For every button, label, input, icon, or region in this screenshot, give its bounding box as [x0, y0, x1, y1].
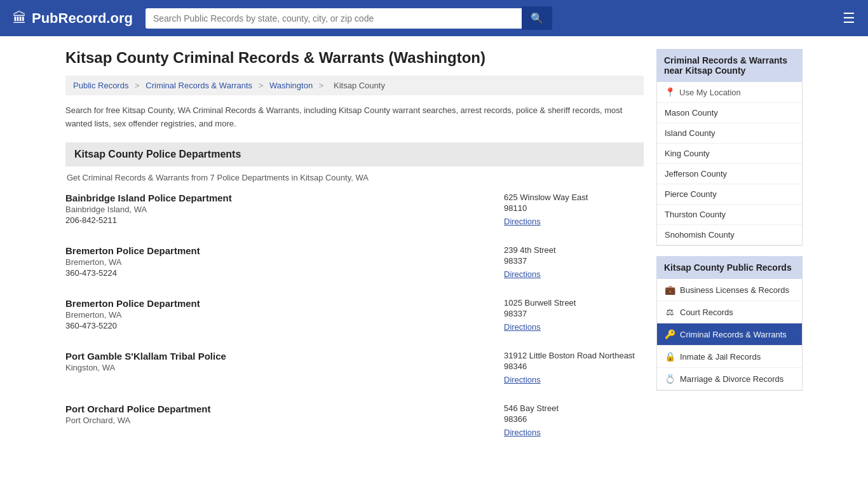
- addr-line-2: 98346: [504, 362, 644, 371]
- directions-link[interactable]: Directions: [504, 375, 541, 384]
- addr-line-1: 625 Winslow Way East: [504, 193, 644, 202]
- sidebar-item-marriage-records[interactable]: 💍 Marriage & Divorce Records: [657, 368, 802, 390]
- sidebar-item-business-licenses[interactable]: 💼 Business Licenses & Records: [657, 279, 802, 301]
- dept-address: 31912 Little Boston Road Northeast 98346…: [504, 351, 644, 384]
- department-entry: Bainbridge Island Police Department Bain…: [65, 193, 644, 233]
- mason-county-label: Mason County: [665, 108, 718, 118]
- dept-name: Bremerton Police Department: [65, 298, 504, 309]
- dept-info: Bainbridge Island Police Department Bain…: [65, 193, 504, 226]
- directions-link[interactable]: Directions: [504, 428, 541, 437]
- sidebar-item-criminal-records[interactable]: 🔑 Criminal Records & Warrants: [657, 323, 802, 346]
- jefferson-county-label: Jefferson County: [665, 169, 727, 179]
- sidebar-item-island-county[interactable]: Island County: [657, 123, 802, 144]
- sidebar-item-inmate-records[interactable]: 🔒 Inmate & Jail Records: [657, 346, 802, 368]
- sidebar-item-court-records[interactable]: ⚖ Court Records: [657, 301, 802, 323]
- department-entry: Bremerton Police Department Bremerton, W…: [65, 245, 644, 285]
- addr-line-2: 98337: [504, 309, 644, 318]
- menu-button[interactable]: ☰: [843, 10, 855, 27]
- sidebar-item-snohomish-county[interactable]: Snohomish County: [657, 225, 802, 245]
- sidebar-nearby-title: Criminal Records & Warrants near Kitsap …: [656, 49, 803, 82]
- breadcrumb-current: Kitsap County: [334, 81, 385, 90]
- sidebar-records-list: 💼 Business Licenses & Records ⚖ Court Re…: [656, 279, 803, 391]
- dept-city: Bainbridge Island, WA: [65, 205, 504, 214]
- dept-phone: 360-473-5224: [65, 268, 504, 278]
- page-description: Search for free Kitsap County, WA Crimin…: [65, 104, 644, 131]
- dept-info: Port Gamble S'Klallam Tribal Police King…: [65, 351, 504, 384]
- dept-phone: 206-842-5211: [65, 215, 504, 225]
- logo-icon: 🏛: [13, 10, 27, 27]
- king-county-label: King County: [665, 149, 710, 158]
- dept-city: Bremerton, WA: [65, 257, 504, 267]
- thurston-county-label: Thurston County: [665, 210, 726, 219]
- directions-link[interactable]: Directions: [504, 217, 541, 226]
- logo-text: PubRecord.org: [32, 10, 133, 27]
- addr-line-2: 98337: [504, 256, 644, 266]
- breadcrumb-sep-2: >: [259, 81, 266, 90]
- dept-address: 546 Bay Street 98366 Directions: [504, 403, 644, 437]
- addr-line-2: 98366: [504, 414, 644, 424]
- department-entry: Bremerton Police Department Bremerton, W…: [65, 298, 644, 338]
- addr-line-2: 98110: [504, 203, 644, 213]
- sidebar: Criminal Records & Warrants near Kitsap …: [656, 49, 803, 456]
- snohomish-county-label: Snohomish County: [665, 230, 735, 240]
- section-description: Get Criminal Records & Warrants from 7 P…: [65, 173, 644, 182]
- breadcrumb-public-records[interactable]: Public Records: [73, 81, 128, 90]
- key-icon: 🔑: [665, 329, 675, 339]
- directions-link[interactable]: Directions: [504, 322, 541, 332]
- marriage-records-label: Marriage & Divorce Records: [680, 374, 783, 384]
- briefcase-icon: 💼: [665, 285, 675, 295]
- dept-address: 239 4th Street 98337 Directions: [504, 245, 644, 279]
- breadcrumb-criminal-records[interactable]: Criminal Records & Warrants: [146, 81, 252, 90]
- department-entry: Port Orchard Police Department Port Orch…: [65, 403, 644, 444]
- dept-name: Bainbridge Island Police Department: [65, 193, 504, 203]
- logo-link[interactable]: 🏛 PubRecord.org: [13, 10, 133, 27]
- site-header: 🏛 PubRecord.org 🔍 ☰: [0, 0, 868, 36]
- section-header: Kitsap County Police Departments: [65, 142, 644, 166]
- sidebar-records-title: Kitsap County Public Records: [656, 256, 803, 279]
- dept-info: Bremerton Police Department Bremerton, W…: [65, 298, 504, 332]
- court-records-label: Court Records: [680, 308, 733, 317]
- sidebar-item-jefferson-county[interactable]: Jefferson County: [657, 164, 802, 184]
- page-title: Kitsap County Criminal Records & Warrant…: [65, 49, 644, 67]
- use-location-label: Use My Location: [679, 88, 741, 97]
- scale-icon: ⚖: [665, 307, 675, 317]
- sidebar-item-pierce-county[interactable]: Pierce County: [657, 184, 802, 205]
- dept-name: Port Orchard Police Department: [65, 403, 504, 414]
- search-input[interactable]: [146, 8, 522, 29]
- dept-name: Bremerton Police Department: [65, 245, 504, 256]
- pierce-county-label: Pierce County: [665, 189, 717, 199]
- menu-icon: ☰: [843, 10, 855, 26]
- dept-name: Port Gamble S'Klallam Tribal Police: [65, 351, 504, 362]
- location-icon: 📍: [665, 87, 675, 97]
- sidebar-item-mason-county[interactable]: Mason County: [657, 103, 802, 123]
- breadcrumb-sep-1: >: [135, 81, 142, 90]
- directions-link[interactable]: Directions: [504, 269, 541, 279]
- dept-phone: 360-473-5220: [65, 321, 504, 330]
- addr-line-1: 31912 Little Boston Road Northeast: [504, 351, 644, 360]
- sidebar-item-thurston-county[interactable]: Thurston County: [657, 205, 802, 225]
- sidebar-item-king-county[interactable]: King County: [657, 144, 802, 164]
- search-icon: 🔍: [531, 13, 543, 24]
- dept-city: Bremerton, WA: [65, 310, 504, 320]
- criminal-records-label: Criminal Records & Warrants: [680, 330, 787, 339]
- sidebar-nearby-list: 📍 Use My Location Mason County Island Co…: [656, 82, 803, 246]
- addr-line-1: 546 Bay Street: [504, 403, 644, 413]
- business-licenses-label: Business Licenses & Records: [680, 285, 789, 295]
- addr-line-1: 1025 Burwell Street: [504, 298, 644, 308]
- dept-info: Port Orchard Police Department Port Orch…: [65, 403, 504, 437]
- department-entry: Port Gamble S'Klallam Tribal Police King…: [65, 351, 644, 391]
- sidebar-item-use-location[interactable]: 📍 Use My Location: [657, 82, 802, 103]
- lock-icon: 🔒: [665, 351, 675, 362]
- addr-line-1: 239 4th Street: [504, 245, 644, 255]
- dept-city: Port Orchard, WA: [65, 416, 504, 425]
- ring-icon: 💍: [665, 374, 675, 384]
- dept-address: 1025 Burwell Street 98337 Directions: [504, 298, 644, 332]
- island-county-label: Island County: [665, 128, 715, 138]
- dept-address: 625 Winslow Way East 98110 Directions: [504, 193, 644, 226]
- breadcrumb: Public Records > Criminal Records & Warr…: [65, 76, 644, 95]
- content-area: Kitsap County Criminal Records & Warrant…: [65, 49, 644, 456]
- dept-city: Kingston, WA: [65, 363, 504, 372]
- inmate-records-label: Inmate & Jail Records: [680, 352, 761, 362]
- breadcrumb-washington[interactable]: Washington: [269, 81, 313, 90]
- search-button[interactable]: 🔍: [522, 6, 552, 30]
